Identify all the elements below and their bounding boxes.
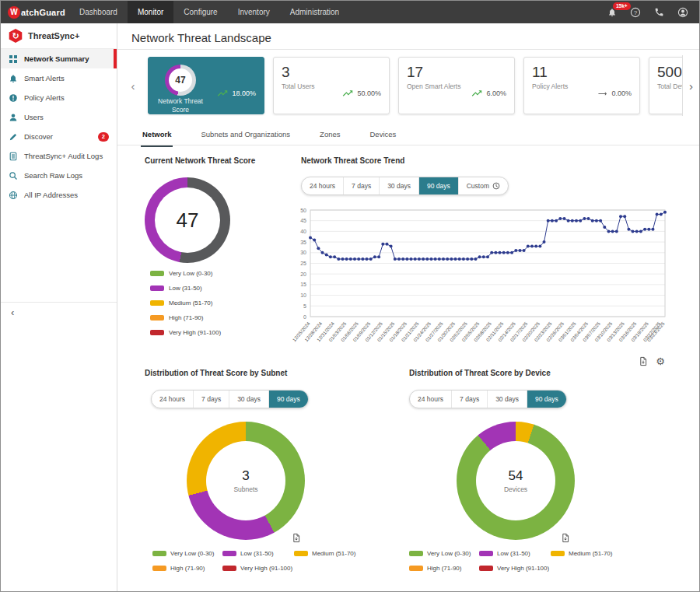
sidebar-item-all-ip-addresses[interactable]: All IP Addresses	[1, 185, 117, 205]
legend-item: High (71-90)	[152, 565, 222, 572]
subnet-section-title: Distribution of Threat Score by Subnet	[145, 369, 287, 377]
card-open-smart-alerts[interactable]: 17 Open Smart Alerts 6.00%	[398, 57, 515, 114]
device-distribution-donut[interactable]: 54 Devices	[457, 422, 575, 540]
phone-button[interactable]	[654, 7, 664, 17]
card-trend-value: 6.00%	[486, 89, 506, 97]
legend-swatch-high	[150, 315, 164, 321]
tab-subnets-and-organizations[interactable]: Subnets and Organizations	[199, 126, 292, 147]
sidebar-item-discover[interactable]: Discover 2	[1, 127, 117, 146]
custom-range-label: Custom	[467, 182, 489, 190]
trend-up-icon	[341, 89, 354, 97]
svg-text:40: 40	[300, 229, 306, 234]
account-button[interactable]	[677, 7, 688, 18]
watchguard-logo: W atchGuard	[1, 6, 69, 19]
range-custom-button[interactable]: Custom	[458, 177, 508, 194]
legend-label: High (71-90)	[170, 565, 205, 572]
legend-item: High (71-90)	[409, 565, 479, 572]
subnet-legend: Very Low (0-30) Low (31-50) Medium (51-7…	[152, 550, 387, 572]
card-left: 11 Policy Alerts	[532, 65, 568, 107]
trend-up-icon	[471, 89, 483, 97]
tab-zones[interactable]: Zones	[318, 126, 341, 147]
legend-item: Very Low (0-30)	[150, 270, 221, 277]
range-7-days-button[interactable]: 7 days	[193, 391, 229, 408]
export-icon[interactable]	[292, 533, 301, 543]
sidebar-item-search-raw-logs[interactable]: Search Raw Logs	[1, 166, 117, 185]
export-icon[interactable]	[561, 533, 570, 543]
card-policy-alerts[interactable]: 11 Policy Alerts 0.00%	[523, 57, 640, 114]
legend-label: High (71-90)	[427, 565, 461, 572]
help-button[interactable]: ?	[630, 7, 641, 18]
range-90-days-button[interactable]: 90 days	[268, 391, 308, 408]
sidebar-item-policy-alerts[interactable]: Policy Alerts	[1, 88, 117, 107]
nav-dashboard[interactable]: Dashboard	[69, 1, 128, 23]
legend-swatch-very-low	[152, 551, 166, 556]
watchguard-logo-icon: W	[8, 6, 20, 19]
card-total-devices[interactable]: 500 Total Devices	[649, 57, 682, 114]
range-7-days-button[interactable]: 7 days	[343, 177, 379, 194]
legend-label: Very High (91-100)	[240, 565, 292, 572]
carousel-next-button[interactable]: ›	[682, 55, 699, 116]
trend-flat-icon	[597, 90, 608, 97]
tabs-divider	[117, 145, 699, 145]
svg-text:15: 15	[300, 282, 306, 287]
sidebar-item-smart-alerts[interactable]: Smart Alerts	[1, 68, 117, 88]
network-threat-score-donut[interactable]: 47	[145, 177, 230, 263]
range-30-days-button[interactable]: 30 days	[229, 391, 268, 408]
legend-label: Very Low (0-30)	[170, 550, 214, 557]
nav-administration[interactable]: Administration	[280, 1, 349, 23]
gear-icon[interactable]: ⚙	[656, 356, 665, 366]
legend-item: Medium (51-70)	[294, 550, 387, 557]
legend-item: Very Low (0-30)	[409, 550, 479, 557]
brand-text: atchGuard	[21, 8, 65, 17]
svg-text:0: 0	[303, 314, 306, 320]
subnet-distribution-donut[interactable]: 3 Subnets	[187, 422, 305, 540]
sidebar-item-label: All IP Addresses	[24, 191, 78, 199]
trend-chart[interactable]: 0510152025303540455012/25/202412/28/2024…	[287, 204, 670, 369]
nav-monitor[interactable]: Monitor	[128, 1, 173, 23]
phone-icon	[654, 7, 664, 17]
kpi-card-carousel: ‹ 47 Network Threat Score 18.00% 3 Total…	[127, 55, 682, 116]
nav-inventory[interactable]: Inventory	[228, 1, 280, 23]
topnav-icons: 15k+ ?	[607, 7, 699, 18]
sidebar-item-users[interactable]: Users	[1, 107, 117, 127]
tab-devices[interactable]: Devices	[369, 126, 398, 147]
device-count: 54	[509, 468, 523, 484]
sidebar-item-label: Users	[24, 113, 44, 121]
card-value: 500	[657, 65, 682, 79]
sidebar-item-audit-logs[interactable]: ThreatSync+ Audit Logs	[1, 146, 117, 166]
carousel-prev-button[interactable]: ‹	[127, 79, 139, 93]
bell-icon	[9, 74, 18, 83]
range-24-hours-button[interactable]: 24 hours	[410, 391, 451, 408]
notifications-button[interactable]: 15k+	[607, 8, 617, 17]
sidebar-item-network-summary[interactable]: Network Summary	[1, 49, 117, 68]
card-value: 11	[532, 65, 568, 79]
range-90-days-button[interactable]: 90 days	[527, 391, 566, 408]
card-value: 17	[407, 65, 460, 79]
legend-label: High (71-90)	[169, 314, 203, 321]
sidebar-item-label: Network Summary	[24, 54, 89, 63]
notification-badge: 15k+	[613, 2, 631, 10]
subnet-count-label: Subnets	[233, 485, 257, 493]
range-24-hours-button[interactable]: 24 hours	[152, 391, 193, 408]
range-30-days-button[interactable]: 30 days	[379, 177, 418, 194]
gauge-legend: Very Low (0-30) Low (31-50) Medium (51-7…	[150, 270, 221, 344]
card-value: 3	[282, 65, 315, 79]
grid-icon	[9, 54, 18, 64]
legend-swatch-very-high	[150, 330, 164, 335]
card-total-users[interactable]: 3 Total Users 50.00%	[273, 57, 390, 114]
range-7-days-button[interactable]: 7 days	[451, 391, 487, 408]
sidebar-nav: Network Summary Smart Alerts Policy Aler…	[1, 49, 117, 205]
search-icon	[9, 171, 18, 180]
card-score-value: 47	[175, 75, 185, 86]
threatsync-logo-icon: ↻	[9, 29, 23, 43]
range-90-days-button[interactable]: 90 days	[418, 177, 458, 194]
range-24-hours-button[interactable]: 24 hours	[302, 177, 343, 194]
nav-configure[interactable]: Configure	[173, 1, 227, 23]
sidebar-collapse-button[interactable]: ‹	[1, 302, 117, 322]
legend-label: Medium (51-70)	[569, 550, 612, 557]
card-network-threat-score[interactable]: 47 Network Threat Score 18.00%	[148, 57, 264, 114]
export-icon[interactable]	[639, 356, 648, 366]
range-30-days-button[interactable]: 30 days	[487, 391, 527, 408]
tab-network[interactable]: Network	[141, 126, 173, 147]
sidebar-item-label: ThreatSync+ Audit Logs	[24, 152, 103, 160]
